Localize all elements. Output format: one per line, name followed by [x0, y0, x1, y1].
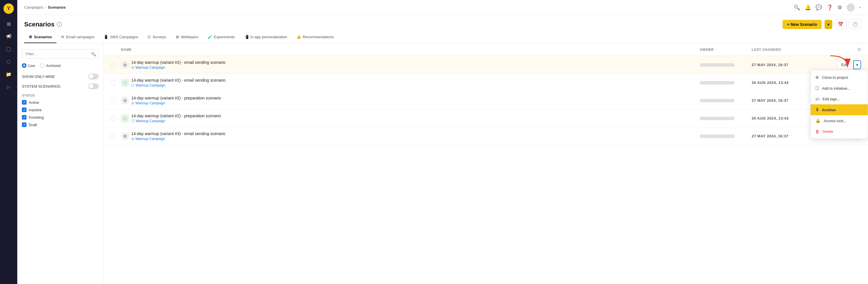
content-area: 🔍 Live Archived SHOW ONLY MINE SYST: [17, 43, 868, 284]
row4-campaign-icon: ☐: [131, 119, 134, 123]
status-finishing[interactable]: Finishing: [22, 115, 99, 119]
help-icon[interactable]: ❓: [827, 4, 833, 11]
show-only-mine-toggle[interactable]: [88, 74, 99, 79]
row5-campaign-icon: ⊙: [131, 137, 134, 141]
tab-sms-campaigns[interactable]: 📱 SMS Campaigns: [99, 31, 143, 43]
header-owner-label: Owner: [700, 48, 714, 52]
status-active[interactable]: Active: [22, 100, 99, 105]
status-inactive[interactable]: Inactive: [22, 107, 99, 112]
sidebar-icon-campaigns[interactable]: 📢: [3, 31, 14, 41]
row4-campaign[interactable]: ☐ Warmup Campaign: [131, 119, 700, 123]
dropdown-initiative[interactable]: ☐ Add to initiative...: [811, 83, 868, 94]
show-only-mine-section: SHOW ONLY MINE SYSTEM SCENARIOS: [22, 74, 99, 89]
row5-icon: ⚙: [121, 132, 129, 140]
settings-icon[interactable]: ⚙: [837, 4, 842, 11]
tab-weblayers[interactable]: 🖥 Weblayers: [171, 31, 203, 43]
row3-campaign-icon: ⊙: [131, 101, 134, 105]
filter-search-icon: 🔍: [91, 52, 96, 56]
status-finishing-label: Finishing: [29, 115, 44, 119]
row4-checkbox[interactable]: [111, 116, 121, 121]
app-logo[interactable]: Y: [3, 3, 14, 14]
row1-edit-arrow-button[interactable]: ▾: [853, 60, 861, 69]
filter-input[interactable]: [22, 49, 99, 59]
status-active-checkbox: [22, 100, 27, 105]
sidebar-icon-dashboard[interactable]: ▦: [3, 19, 14, 29]
new-scenario-dropdown-button[interactable]: ▾: [825, 20, 832, 29]
show-only-mine-label: SHOW ONLY MINE: [22, 74, 55, 79]
dropdown-initiative-label: Add to initiative...: [822, 86, 850, 91]
sidebar-icon-analytics[interactable]: ◯: [3, 44, 14, 54]
row1-owner-blurred: [700, 63, 734, 67]
search-icon[interactable]: 🔍: [794, 4, 800, 11]
header-name-label: Name: [121, 48, 132, 52]
row5-checkbox[interactable]: [111, 134, 121, 139]
sidebar-icon-play[interactable]: ▷: [3, 82, 14, 92]
tab-scenarios-icon: ⚙: [29, 35, 32, 39]
row3-name: 14-day warmup (variant #2) - preparation…: [131, 96, 700, 100]
tab-surveys[interactable]: ☑ Surveys: [143, 31, 171, 43]
system-scenarios-toggle[interactable]: [88, 83, 99, 89]
info-icon[interactable]: i: [57, 22, 62, 27]
scenarios-table: Name Owner Last changed ⚙ ⚙ 1: [104, 43, 868, 284]
sidebar: Y ▦ 📢 ◯ ⬡ 📁 ▷: [0, 0, 17, 284]
radio-live-circle: [22, 63, 27, 68]
row3-name-wrap: 14-day warmup (variant #2) - preparation…: [131, 96, 700, 105]
row3-checkbox[interactable]: [111, 98, 121, 103]
status-draft[interactable]: Draft: [22, 122, 99, 127]
topbar: Campaigns › Scenarios 🔍 🔔 💬 ❓ ⚙ ▾: [17, 0, 868, 15]
sidebar-icon-folder[interactable]: 📁: [3, 69, 14, 79]
row3-icon: ⚙: [121, 97, 129, 105]
row1-edit-button[interactable]: Edit: [837, 61, 852, 69]
tags-icon: 🏷: [815, 97, 819, 102]
row1-actions: Edit ▾: [815, 60, 861, 69]
table-row: ⚙ 14-day warmup (variant #2) - email sen…: [104, 56, 868, 74]
main-content: Campaigns › Scenarios 🔍 🔔 💬 ❓ ⚙ ▾ Scenar…: [17, 0, 868, 284]
row1-campaign[interactable]: ⊙ Warmup Campaign: [131, 66, 700, 70]
page-title-text: Scenarios: [24, 21, 55, 28]
dropdown-delete[interactable]: 🗑 Delete: [811, 126, 868, 137]
breadcrumb-parent[interactable]: Campaigns: [24, 5, 43, 9]
header-name-col: Name: [121, 48, 700, 52]
calendar-button[interactable]: 📅: [835, 20, 847, 29]
dropdown-archive[interactable]: ⬇ Archive: [811, 104, 868, 115]
tab-email-label: Email campaigns: [66, 35, 94, 39]
row3-campaign-name: Warmup Campaign: [135, 101, 165, 105]
row1-name-wrap: 14-day warmup (variant #2) - email sendi…: [131, 60, 700, 70]
dropdown-clone-label: Clone to project: [822, 75, 848, 80]
row5-campaign[interactable]: ⊙ Warmup Campaign: [131, 137, 700, 141]
table-row: ⚙ 14-day warmup (variant #3) - email sen…: [104, 127, 868, 145]
notification-icon[interactable]: 🔔: [805, 4, 811, 11]
sidebar-icon-data[interactable]: ⬡: [3, 56, 14, 67]
dropdown-tags[interactable]: 🏷 Edit tags...: [811, 94, 868, 104]
new-scenario-button[interactable]: + New Scenario: [782, 20, 822, 29]
tab-scenarios[interactable]: ⚙ Scenarios: [24, 31, 57, 43]
tab-sms-icon: 📱: [104, 35, 108, 39]
row1-checkbox[interactable]: [111, 63, 121, 67]
row1-campaign-icon: ⊙: [131, 66, 134, 70]
page-header: Scenarios i + New Scenario ▾ 📅 🕐: [17, 15, 868, 29]
dropdown-lock[interactable]: 🔒 Access lock...: [811, 115, 868, 126]
avatar-dropdown-icon[interactable]: ▾: [859, 5, 861, 9]
user-avatar[interactable]: [847, 3, 855, 11]
radio-archived[interactable]: Archived: [40, 63, 61, 68]
row3-campaign[interactable]: ⊙ Warmup Campaign: [131, 101, 700, 105]
page-title: Scenarios i: [24, 21, 62, 28]
dropdown-clone[interactable]: ⊕ Clone to project: [811, 72, 868, 83]
row2-campaign[interactable]: ☐ Warmup Campaign: [131, 83, 700, 87]
tab-experiments[interactable]: 🧪 Experiments: [203, 31, 239, 43]
tab-scenarios-label: Scenarios: [34, 35, 52, 39]
row2-name: 14-day warmup (variant #2) - email sendi…: [131, 78, 700, 82]
radio-live[interactable]: Live: [22, 63, 35, 68]
tab-email-campaigns[interactable]: ✉ Email campaigns: [57, 31, 99, 43]
row1-icon: ⚙: [121, 61, 129, 69]
dropdown-tags-label: Edit tags...: [823, 97, 840, 101]
table-settings-icon[interactable]: ⚙: [857, 47, 861, 52]
tab-inapp[interactable]: 📲 In-app personalization: [239, 31, 292, 43]
tab-recommendations[interactable]: 👍 Recommendations: [292, 31, 338, 43]
history-button[interactable]: 🕐: [849, 20, 861, 29]
row2-checkbox[interactable]: [111, 80, 121, 85]
breadcrumb: Campaigns › Scenarios: [24, 5, 66, 9]
header-owner-col: Owner: [700, 48, 752, 52]
row1-owner: [700, 63, 752, 67]
chat-icon[interactable]: 💬: [815, 4, 822, 11]
